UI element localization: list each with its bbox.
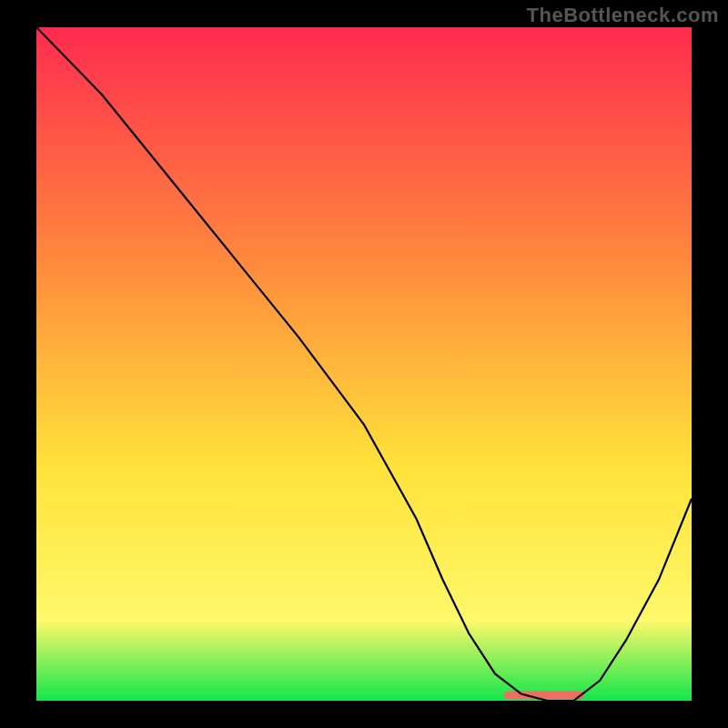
plot-area: [36, 27, 692, 701]
chart-frame: TheBottleneck.com: [0, 0, 728, 728]
gradient-background: [36, 27, 692, 701]
watermark-text: TheBottleneck.com: [527, 4, 719, 27]
plot-svg: [36, 27, 692, 701]
